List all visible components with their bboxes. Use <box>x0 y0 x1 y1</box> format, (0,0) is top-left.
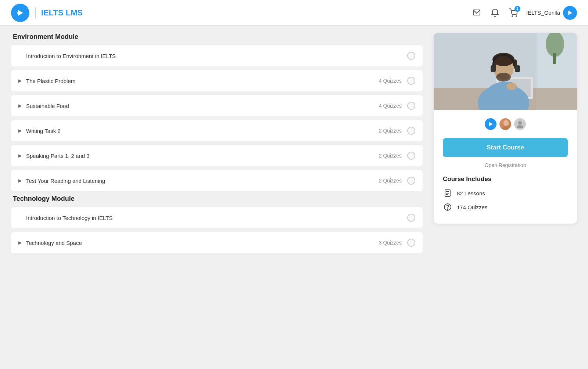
svg-point-26 <box>517 125 523 128</box>
chevron-icon: ▶ <box>18 103 22 108</box>
course-item-label: Introduction to Environment in IELTS <box>26 53 407 59</box>
course-item-intro-tech[interactable]: ▶ Introduction to Technology in IELTS <box>11 207 423 228</box>
svg-point-3 <box>512 16 513 17</box>
svg-point-18 <box>496 73 511 82</box>
course-item-label: Speaking Parts 1, 2 and 3 <box>26 153 379 159</box>
chevron-icon: ▶ <box>18 178 22 183</box>
course-item-reading[interactable]: ▶ Test Your Reading and Listening 2 Quiz… <box>11 170 423 191</box>
start-course-button[interactable]: Start Course <box>443 138 568 157</box>
chevron-icon: ▶ <box>18 153 22 158</box>
svg-marker-5 <box>568 10 572 15</box>
quiz-count: 4 Quizzes <box>379 78 402 84</box>
svg-rect-19 <box>491 65 496 72</box>
quiz-count: 4 Quizzes <box>379 103 402 109</box>
completion-circle <box>407 177 415 185</box>
course-card-body: Start Course Open Registration Course In… <box>434 110 577 224</box>
logo-divider <box>35 7 36 18</box>
svg-point-25 <box>518 121 522 125</box>
instructor-avatars <box>443 117 568 131</box>
quiz-count: 3 Quizzes <box>379 240 402 246</box>
svg-point-21 <box>506 83 517 90</box>
avatar-instructor1 <box>499 117 512 131</box>
course-image <box>434 33 577 110</box>
completion-circle <box>407 214 415 222</box>
chevron-icon: ▶ <box>18 128 22 133</box>
document-icon <box>443 188 452 198</box>
avatar-logo <box>484 117 497 131</box>
module-title-tech: Technology Module <box>11 195 423 203</box>
completion-circle <box>407 152 415 160</box>
completion-circle <box>407 102 415 110</box>
quiz-count: 2 Quizzes <box>379 128 402 134</box>
open-registration-text: Open Registration <box>443 162 568 168</box>
svg-marker-22 <box>489 122 493 126</box>
message-icon[interactable] <box>471 7 482 18</box>
user-avatar <box>563 6 577 20</box>
quizzes-count: 174 Quizzes <box>457 204 487 210</box>
quizzes-include: 174 Quizzes <box>443 202 568 212</box>
course-item-label: The Plastic Problem <box>26 78 379 84</box>
course-item-label: Technology and Space <box>26 240 379 246</box>
quiz-count: 2 Quizzes <box>379 178 402 184</box>
course-item-plastic[interactable]: ▶ The Plastic Problem 4 Quizzes <box>11 70 423 91</box>
main-content: Environment Module ▶ Introduction to Env… <box>0 26 588 264</box>
course-item-writing[interactable]: ▶ Writing Task 2 2 Quizzes <box>11 120 423 141</box>
lessons-include: 82 Lessons <box>443 188 568 198</box>
logo-icon[interactable] <box>11 4 29 22</box>
header-right: 1 IELTS_Gorilla <box>471 6 577 20</box>
course-item-tech-space[interactable]: ▶ Technology and Space 3 Quizzes <box>11 232 423 253</box>
quiz-count: 2 Quizzes <box>379 153 402 159</box>
course-item-label: Writing Task 2 <box>26 128 379 134</box>
logo-text: IELTS LMS <box>41 8 83 18</box>
completion-circle <box>407 52 415 60</box>
svg-point-1 <box>17 12 19 14</box>
course-includes-title: Course Includes <box>443 176 568 183</box>
user-name: IELTS_Gorilla <box>526 10 560 16</box>
completion-circle <box>407 127 415 135</box>
course-card: Start Course Open Registration Course In… <box>434 33 577 224</box>
right-panel: Start Course Open Registration Course In… <box>434 33 577 257</box>
course-item-label: Introduction to Technology in IELTS <box>26 215 407 221</box>
course-item-label: Sustainable Food <box>26 103 379 109</box>
course-item-label: Test Your Reading and Listening <box>26 178 379 184</box>
svg-rect-9 <box>553 53 556 64</box>
question-icon <box>443 202 452 212</box>
lessons-count: 82 Lessons <box>457 190 485 196</box>
chevron-icon: ▶ <box>18 78 22 83</box>
notification-icon[interactable] <box>490 7 501 18</box>
left-panel: Environment Module ▶ Introduction to Env… <box>11 33 423 257</box>
header: IELTS LMS 1 IELTS_Gorilla <box>0 0 588 26</box>
cart-icon[interactable]: 1 <box>508 7 519 18</box>
cart-badge: 1 <box>514 6 520 12</box>
module-title-env: Environment Module <box>11 33 423 41</box>
chevron-icon: ▶ <box>18 240 22 245</box>
svg-point-4 <box>516 16 517 17</box>
svg-rect-20 <box>515 65 520 72</box>
user-section[interactable]: IELTS_Gorilla <box>526 6 577 20</box>
avatar-instructor2 <box>513 117 527 131</box>
completion-circle <box>407 77 415 85</box>
svg-point-24 <box>501 126 511 131</box>
course-item-speaking[interactable]: ▶ Speaking Parts 1, 2 and 3 2 Quizzes <box>11 145 423 166</box>
header-left: IELTS LMS <box>11 4 83 22</box>
course-item-sustainable[interactable]: ▶ Sustainable Food 4 Quizzes <box>11 95 423 116</box>
completion-circle <box>407 239 415 247</box>
svg-point-32 <box>447 209 448 210</box>
svg-point-23 <box>503 120 509 126</box>
course-item-intro-env[interactable]: ▶ Introduction to Environment in IELTS <box>11 45 423 66</box>
